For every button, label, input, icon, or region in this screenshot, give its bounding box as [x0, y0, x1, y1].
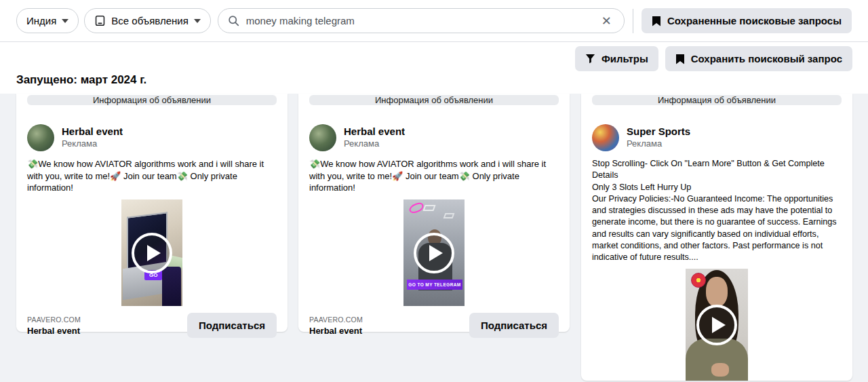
clear-search-icon[interactable]: ✕ [599, 14, 614, 28]
advertiser-row: Herbal event Реклама [27, 124, 277, 151]
save-search-button[interactable]: Сохранить поисковый запрос [665, 46, 852, 71]
ad-details-button[interactable]: Информация об объявлении [309, 95, 559, 105]
video-wrap: GO TO MY TELEGRAM [298, 199, 570, 306]
ad-body-text: 💸We know how AVIATOR algorithms work and… [309, 158, 559, 194]
person-hand-art [711, 363, 729, 377]
top-search-bar: Индия Все объявления ✕ Сохраненные поиск… [0, 0, 868, 42]
advertiser-avatar[interactable] [592, 124, 619, 151]
ceiling-light-art [443, 213, 455, 218]
cta-button[interactable]: Подписаться [187, 313, 277, 338]
search-icon [228, 15, 239, 26]
link-domain: PAAVERO.COM [309, 316, 363, 324]
play-button-icon[interactable] [696, 305, 737, 345]
advertiser-avatar[interactable] [27, 124, 54, 151]
ad-body-text: Stop Scrolling- Click On "Learn More" Bu… [592, 158, 842, 263]
phone-art [162, 267, 181, 306]
filters-button[interactable]: Фильтры [575, 46, 658, 71]
ad-card: Информация об объявлении Herbal event Ре… [16, 94, 288, 332]
link-domain: PAAVERO.COM [27, 316, 81, 324]
saved-searches-button[interactable]: Сохраненные поисковые запросы [642, 8, 852, 33]
ads-device-icon [94, 15, 106, 26]
play-button-icon[interactable] [132, 233, 172, 273]
pink-scribble-art [408, 202, 425, 214]
save-search-label: Сохранить поисковый запрос [691, 53, 842, 64]
bookmark-icon [652, 16, 661, 26]
link-title: Herbal event [309, 326, 363, 336]
ad-details-button[interactable]: Информация об объявлении [27, 95, 277, 105]
filter-funnel-icon [585, 54, 595, 64]
filters-row: Фильтры Сохранить поисковый запрос [575, 46, 852, 71]
advertiser-name[interactable]: Super Sports [627, 126, 690, 138]
ad-video-thumbnail[interactable]: GO [121, 199, 182, 306]
telegram-banner: GO TO MY TELEGRAM [407, 280, 462, 290]
link-title: Herbal event [27, 326, 81, 336]
sub-header: Фильтры Сохранить поисковый запрос Запущ… [0, 43, 868, 94]
ad-video-thumbnail[interactable]: GO TO MY TELEGRAM [403, 199, 465, 306]
ad-card: Информация об объявлении Herbal event Ре… [298, 94, 570, 332]
search-box[interactable]: ✕ [218, 8, 625, 33]
chevron-down-icon [194, 19, 201, 23]
advertiser-name[interactable]: Herbal event [62, 126, 123, 138]
ad-body-text: 💸We know how AVIATOR algorithms work and… [27, 158, 277, 194]
ad-type-dropdown[interactable]: Все объявления [84, 8, 210, 33]
ad-type-dropdown-label: Все объявления [111, 15, 188, 26]
advertiser-name[interactable]: Herbal event [344, 126, 405, 138]
cta-button[interactable]: Подписаться [469, 313, 559, 338]
filters-label: Фильтры [601, 53, 648, 64]
video-wrap [581, 269, 852, 381]
card-footer: PAAVERO.COM Herbal event Подписаться [16, 306, 288, 346]
toolbar-divider [633, 9, 633, 33]
advertiser-row: Super Sports Реклама [592, 124, 842, 151]
launched-date-heading: Запущено: март 2024 г. [16, 73, 146, 87]
chevron-down-icon [62, 19, 68, 23]
sponsored-label: Реклама [344, 138, 405, 150]
advertiser-row: Herbal event Реклама [309, 124, 559, 151]
country-dropdown-label: Индия [26, 15, 56, 26]
ad-card: Информация об объявлении Super Sports Ре… [581, 94, 852, 381]
play-button-icon[interactable] [414, 233, 454, 273]
card-footer: PAAVERO.COM Herbal event Подписаться [298, 306, 570, 346]
ceiling-light-art [422, 205, 435, 211]
country-dropdown[interactable]: Индия [16, 8, 79, 33]
ad-video-thumbnail[interactable] [686, 269, 748, 381]
sponsored-label: Реклама [62, 138, 123, 150]
search-input[interactable] [246, 15, 592, 26]
results-grid: Информация об объявлении Herbal event Ре… [0, 94, 868, 382]
bookmark-icon [675, 54, 685, 64]
video-wrap: GO [16, 199, 288, 306]
ad-details-button[interactable]: Информация об объявлении [592, 95, 842, 105]
saved-searches-label: Сохраненные поисковые запросы [667, 15, 842, 26]
person-face-art [706, 277, 728, 307]
sponsored-label: Реклама [627, 138, 690, 150]
advertiser-avatar[interactable] [309, 124, 336, 151]
